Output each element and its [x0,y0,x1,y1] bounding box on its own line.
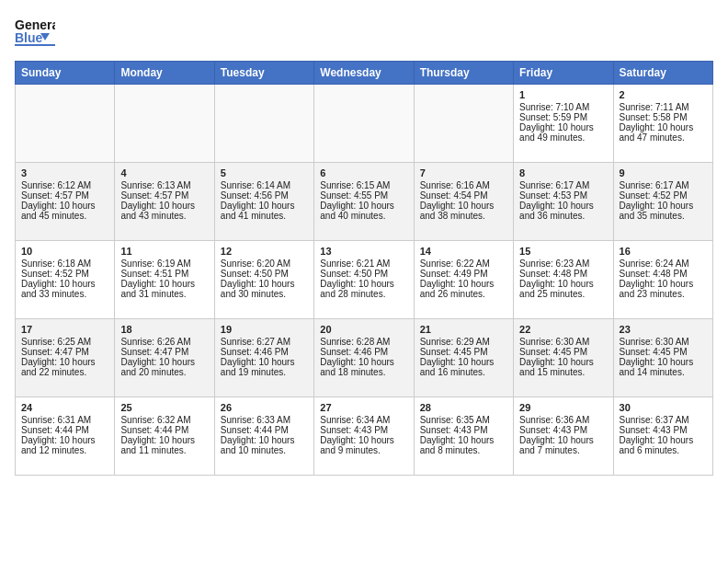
calendar-day-cell: 17Sunrise: 6:25 AMSunset: 4:47 PMDayligh… [16,319,115,397]
daylight-text: Daylight: 10 hours and 26 minutes. [420,279,507,299]
calendar-day-cell: 11Sunrise: 6:19 AMSunset: 4:51 PMDayligh… [115,241,214,319]
day-number: 14 [420,246,507,257]
calendar-day-cell: 9Sunrise: 6:17 AMSunset: 4:52 PMDaylight… [613,163,712,241]
calendar-day-cell: 28Sunrise: 6:35 AMSunset: 4:43 PMDayligh… [414,397,513,476]
daylight-text: Daylight: 10 hours and 15 minutes. [519,357,607,377]
daylight-text: Daylight: 10 hours and 31 minutes. [120,279,208,299]
day-number: 10 [21,246,108,257]
day-number: 30 [620,402,707,413]
daylight-text: Daylight: 10 hours and 20 minutes. [120,357,208,377]
calendar-day-cell: 21Sunrise: 6:29 AMSunset: 4:45 PMDayligh… [414,319,513,397]
weekday-header-saturday: Saturday [613,62,712,85]
calendar-day-cell: 30Sunrise: 6:37 AMSunset: 4:43 PMDayligh… [613,397,712,476]
day-number: 28 [420,402,507,413]
sunrise-text: Sunrise: 6:28 AM [320,337,407,347]
sunrise-text: Sunrise: 6:36 AM [519,415,607,425]
sunset-text: Sunset: 4:55 PM [320,190,407,201]
sunrise-text: Sunrise: 6:29 AM [420,337,507,347]
sunset-text: Sunset: 4:54 PM [420,190,507,201]
sunset-text: Sunset: 4:56 PM [221,190,308,201]
day-number: 2 [620,89,707,100]
sunset-text: Sunset: 4:47 PM [21,347,108,357]
calendar-day-cell [115,85,214,163]
sunrise-text: Sunrise: 6:14 AM [221,180,308,190]
sunset-text: Sunset: 4:44 PM [120,425,208,435]
sunrise-text: Sunrise: 6:23 AM [519,259,607,269]
daylight-text: Daylight: 10 hours and 6 minutes. [620,435,707,455]
calendar-day-cell: 26Sunrise: 6:33 AMSunset: 4:44 PMDayligh… [214,397,313,476]
calendar-day-cell: 13Sunrise: 6:21 AMSunset: 4:50 PMDayligh… [314,241,414,319]
sunset-text: Sunset: 4:44 PM [21,425,108,435]
sunset-text: Sunset: 4:43 PM [519,425,607,435]
sunrise-text: Sunrise: 6:30 AM [620,337,707,347]
sunrise-text: Sunrise: 6:31 AM [21,415,108,425]
sunrise-text: Sunrise: 6:33 AM [221,415,308,425]
calendar-day-cell [16,85,115,163]
day-number: 29 [519,402,607,413]
calendar-week-row: 1Sunrise: 7:10 AMSunset: 5:59 PMDaylight… [16,85,713,163]
sunset-text: Sunset: 4:47 PM [120,347,208,357]
daylight-text: Daylight: 10 hours and 35 minutes. [620,201,707,221]
calendar-week-row: 24Sunrise: 6:31 AMSunset: 4:44 PMDayligh… [16,397,713,476]
calendar-day-cell: 1Sunrise: 7:10 AMSunset: 5:59 PMDaylight… [514,85,613,163]
sunset-text: Sunset: 4:43 PM [320,425,407,435]
sunrise-text: Sunrise: 6:22 AM [420,259,507,269]
calendar-table: SundayMondayTuesdayWednesdayThursdayFrid… [15,61,713,476]
calendar-day-cell: 6Sunrise: 6:15 AMSunset: 4:55 PMDaylight… [314,163,414,241]
sunset-text: Sunset: 4:57 PM [21,190,108,201]
weekday-header-sunday: Sunday [16,62,115,85]
sunrise-text: Sunrise: 6:20 AM [221,259,308,269]
sunrise-text: Sunrise: 6:32 AM [120,415,208,425]
sunset-text: Sunset: 4:51 PM [120,269,208,279]
day-number: 4 [120,167,208,178]
calendar-day-cell [314,85,414,163]
weekday-header-monday: Monday [115,62,214,85]
calendar-day-cell: 4Sunrise: 6:13 AMSunset: 4:57 PMDaylight… [115,163,214,241]
sunrise-text: Sunrise: 6:27 AM [221,337,308,347]
sunrise-text: Sunrise: 7:11 AM [620,102,707,112]
day-number: 18 [120,324,208,335]
day-number: 21 [420,324,507,335]
calendar-day-cell: 12Sunrise: 6:20 AMSunset: 4:50 PMDayligh… [214,241,313,319]
daylight-text: Daylight: 10 hours and 47 minutes. [620,122,707,143]
daylight-text: Daylight: 10 hours and 23 minutes. [620,279,707,299]
day-number: 13 [320,246,407,257]
sunset-text: Sunset: 4:52 PM [620,190,707,201]
calendar-day-cell: 20Sunrise: 6:28 AMSunset: 4:46 PMDayligh… [314,319,414,397]
daylight-text: Daylight: 10 hours and 36 minutes. [519,201,607,221]
day-number: 25 [120,402,208,413]
calendar-day-cell [214,85,313,163]
sunrise-text: Sunrise: 6:25 AM [21,337,108,347]
calendar-day-cell: 15Sunrise: 6:23 AMSunset: 4:48 PMDayligh… [514,241,613,319]
calendar-day-cell: 5Sunrise: 6:14 AMSunset: 4:56 PMDaylight… [214,163,313,241]
sunset-text: Sunset: 4:50 PM [320,269,407,279]
calendar-day-cell: 2Sunrise: 7:11 AMSunset: 5:58 PMDaylight… [613,85,712,163]
calendar-day-cell: 27Sunrise: 6:34 AMSunset: 4:43 PMDayligh… [314,397,414,476]
sunrise-text: Sunrise: 6:16 AM [420,180,507,190]
daylight-text: Daylight: 10 hours and 10 minutes. [221,435,308,455]
day-number: 9 [620,167,707,178]
calendar-day-cell: 25Sunrise: 6:32 AMSunset: 4:44 PMDayligh… [115,397,214,476]
calendar-week-row: 17Sunrise: 6:25 AMSunset: 4:47 PMDayligh… [16,319,713,397]
sunrise-text: Sunrise: 6:17 AM [620,180,707,190]
sunset-text: Sunset: 4:45 PM [519,347,607,357]
day-number: 27 [320,402,407,413]
daylight-text: Daylight: 10 hours and 25 minutes. [519,279,607,299]
sunset-text: Sunset: 5:59 PM [519,112,607,122]
calendar-day-cell: 23Sunrise: 6:30 AMSunset: 4:45 PMDayligh… [613,319,712,397]
day-number: 19 [221,324,308,335]
sunrise-text: Sunrise: 6:37 AM [620,415,707,425]
sunrise-text: Sunrise: 7:10 AM [519,102,607,112]
daylight-text: Daylight: 10 hours and 38 minutes. [420,201,507,221]
calendar-week-row: 3Sunrise: 6:12 AMSunset: 4:57 PMDaylight… [16,163,713,241]
day-number: 26 [221,402,308,413]
calendar-week-row: 10Sunrise: 6:18 AMSunset: 4:52 PMDayligh… [16,241,713,319]
logo: General Blue [15,15,55,52]
daylight-text: Daylight: 10 hours and 45 minutes. [21,201,108,221]
daylight-text: Daylight: 10 hours and 14 minutes. [620,357,707,377]
sunrise-text: Sunrise: 6:15 AM [320,180,407,190]
day-number: 17 [21,324,108,335]
daylight-text: Daylight: 10 hours and 28 minutes. [320,279,407,299]
sunset-text: Sunset: 4:53 PM [519,190,607,201]
sunset-text: Sunset: 4:46 PM [221,347,308,357]
